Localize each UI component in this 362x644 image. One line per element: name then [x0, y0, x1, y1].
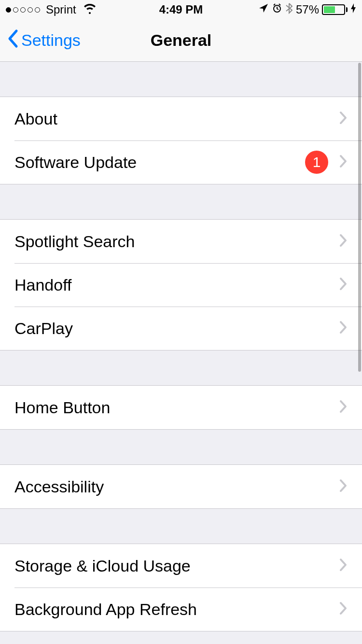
- chevron-right-icon: [339, 111, 348, 127]
- back-label: Settings: [21, 31, 81, 50]
- row-label: Home Button: [14, 398, 339, 417]
- scrollbar-indicator[interactable]: [358, 63, 361, 372]
- location-icon: [258, 3, 269, 16]
- charging-icon: [350, 3, 356, 16]
- section-gap: [0, 509, 362, 544]
- row-home-button[interactable]: Home Button: [0, 386, 362, 429]
- row-software-update[interactable]: Software Update 1: [0, 140, 362, 184]
- chevron-right-icon: [339, 233, 348, 250]
- carrier-label: Sprint: [46, 3, 76, 16]
- row-carplay[interactable]: CarPlay: [0, 307, 362, 350]
- page-title: General: [151, 31, 212, 50]
- chevron-right-icon: [339, 399, 348, 416]
- row-handoff[interactable]: Handoff: [0, 263, 362, 307]
- section-gap: [0, 631, 362, 644]
- row-background-app-refresh[interactable]: Background App Refresh: [0, 588, 362, 631]
- row-accessibility[interactable]: Accessibility: [0, 465, 362, 508]
- section-gap: [0, 62, 362, 97]
- row-label: Accessibility: [14, 477, 339, 496]
- row-label: Storage & iCloud Usage: [14, 557, 339, 575]
- wifi-icon: [82, 2, 97, 17]
- chevron-right-icon: [339, 558, 348, 574]
- section-spotlight: Spotlight Search Handoff CarPlay: [0, 219, 362, 350]
- battery-icon: [322, 4, 348, 15]
- section-storage: Storage & iCloud Usage Background App Re…: [0, 544, 362, 631]
- row-label: CarPlay: [14, 319, 339, 338]
- content-scroll[interactable]: About Software Update 1 Spotlight Search…: [0, 62, 362, 644]
- status-left: Sprint: [6, 2, 97, 17]
- chevron-left-icon: [7, 29, 18, 52]
- alarm-icon: [272, 3, 282, 16]
- notification-badge: 1: [305, 151, 328, 174]
- back-button[interactable]: Settings: [0, 29, 81, 52]
- bluetooth-icon: [285, 2, 293, 17]
- chevron-right-icon: [339, 154, 348, 170]
- status-right: 57%: [258, 2, 356, 17]
- row-label: Software Update: [14, 153, 305, 172]
- row-label: Handoff: [14, 276, 339, 294]
- row-label: Spotlight Search: [14, 232, 339, 251]
- section-gap: [0, 184, 362, 219]
- status-time: 4:49 PM: [159, 3, 203, 16]
- nav-bar: Settings General: [0, 19, 362, 62]
- section-accessibility: Accessibility: [0, 464, 362, 509]
- row-about[interactable]: About: [0, 97, 362, 140]
- chevron-right-icon: [339, 478, 348, 495]
- status-bar: Sprint 4:49 PM 57%: [0, 0, 362, 19]
- row-label: Background App Refresh: [14, 600, 339, 619]
- row-storage-icloud[interactable]: Storage & iCloud Usage: [0, 544, 362, 588]
- section-gap: [0, 350, 362, 385]
- section-about: About Software Update 1: [0, 97, 362, 184]
- section-gap: [0, 430, 362, 464]
- chevron-right-icon: [339, 601, 348, 617]
- row-label: About: [14, 110, 339, 128]
- chevron-right-icon: [339, 320, 348, 336]
- chevron-right-icon: [339, 277, 348, 293]
- battery-percent: 57%: [296, 3, 319, 16]
- section-home: Home Button: [0, 385, 362, 430]
- signal-strength-icon: [6, 7, 40, 13]
- row-spotlight-search[interactable]: Spotlight Search: [0, 220, 362, 263]
